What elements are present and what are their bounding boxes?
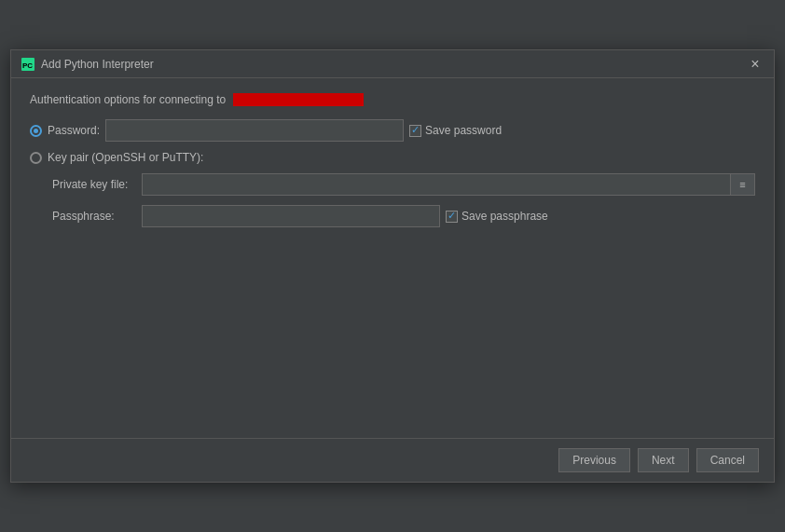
password-label: Password: [48, 124, 100, 137]
cancel-button[interactable]: Cancel [696, 448, 759, 472]
passphrase-row: Passphrase: Save passphrase [30, 205, 755, 227]
save-password-label: Save password [425, 124, 502, 137]
browse-button[interactable]: ≡ [731, 173, 755, 196]
svg-text:PC: PC [22, 61, 33, 70]
password-radio[interactable] [30, 125, 42, 137]
save-password-wrapper: Save password [409, 124, 502, 137]
save-passphrase-label: Save passphrase [461, 210, 548, 223]
private-key-label: Private key file: [52, 178, 136, 191]
dialog: PC Add Python Interpreter × Authenticati… [10, 49, 775, 483]
dialog-wrapper: PC Add Python Interpreter × Authenticati… [0, 0, 785, 532]
private-key-input[interactable] [142, 173, 731, 196]
passphrase-input[interactable] [142, 205, 440, 227]
dialog-title: Add Python Interpreter [41, 58, 154, 71]
title-bar-left: PC Add Python Interpreter [21, 57, 154, 72]
password-row: Password: Save password [30, 119, 755, 142]
private-key-row: Private key file: ≡ [30, 173, 755, 196]
private-key-input-wrapper: ≡ [142, 173, 755, 196]
passphrase-label: Passphrase: [52, 210, 136, 223]
password-input[interactable] [105, 119, 404, 142]
close-button[interactable]: × [746, 55, 764, 74]
dialog-footer: Previous Next Cancel [11, 438, 774, 482]
empty-space [30, 237, 755, 423]
dialog-content: Authentication options for connecting to… [11, 78, 774, 438]
pycharm-icon: PC [21, 57, 35, 72]
previous-button[interactable]: Previous [558, 448, 630, 472]
browse-icon: ≡ [739, 179, 745, 190]
save-passphrase-checkbox[interactable] [446, 211, 458, 223]
auth-header-text: Authentication options for connecting to [30, 93, 226, 106]
save-password-checkbox[interactable] [409, 125, 421, 137]
keypair-row: Key pair (OpenSSH or PuTTY): [30, 151, 755, 164]
keypair-label: Key pair (OpenSSH or PuTTY): [48, 151, 203, 164]
keypair-radio[interactable] [30, 152, 42, 164]
redacted-host [233, 93, 364, 106]
next-button[interactable]: Next [638, 448, 689, 472]
title-bar: PC Add Python Interpreter × [11, 50, 774, 78]
auth-header: Authentication options for connecting to [30, 93, 755, 106]
save-passphrase-wrapper: Save passphrase [446, 210, 548, 223]
